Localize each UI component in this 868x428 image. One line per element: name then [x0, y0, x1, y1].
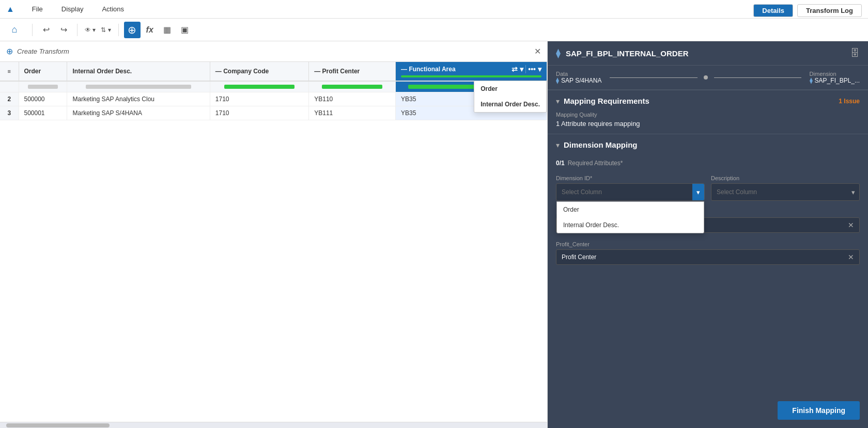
top-tabs: Details Transform Log [753, 4, 862, 17]
sort-button[interactable]: ⇅ ▾ [99, 22, 113, 38]
row-3-profit: YB111 [309, 106, 396, 120]
toolbar-view-group: 👁 ▾ ⇅ ▾ [83, 22, 113, 38]
row-3-order: 500001 [19, 106, 67, 120]
menu-file[interactable]: File [29, 5, 46, 13]
row-2-num: 2 [0, 92, 19, 106]
toolbar-divider-1 [32, 24, 33, 36]
col-link-icon[interactable]: ⇄ [512, 65, 518, 73]
mapping-quality-label: Mapping Quality [548, 112, 868, 120]
col-functional-area-header[interactable]: — Functional Area ⇄ ▾ ••• ▾ [396, 62, 547, 81]
transform-icon: ⊕ [6, 46, 13, 56]
description-select-wrapper[interactable]: ▾ [711, 183, 860, 201]
connector-line [610, 77, 697, 78]
undo-button[interactable]: ↩ [38, 22, 54, 38]
profit-center-clear-button[interactable]: ✕ [848, 253, 854, 261]
dim-id-desc-row: Dimension ID* ▾ Order Internal Order Des… [556, 175, 860, 201]
row-2-company: 1710 [210, 92, 308, 106]
data-table: ≡ Order Internal Order Desc. — Company C… [0, 62, 547, 120]
dimension-id-label: Dimension ID* [556, 175, 705, 181]
dimension-id-dropdown: Order Internal Order Desc. [556, 201, 704, 233]
database-icon: 🗄 [850, 48, 860, 59]
connector-line-2 [714, 77, 801, 78]
redo-button[interactable]: ↪ [55, 22, 72, 38]
col-more-icon[interactable]: ••• [528, 65, 536, 73]
col-desc-header[interactable]: Internal Order Desc. [67, 62, 210, 81]
table-row: 2 500000 Marketing SAP Analytics Clou 17… [0, 92, 547, 106]
col-order-header[interactable]: Order [19, 62, 67, 81]
functional-area-clear-button[interactable]: ✕ [848, 221, 854, 229]
col-profit-center-header[interactable]: — Profit Center [309, 62, 396, 81]
menu-actions[interactable]: Actions [99, 5, 127, 13]
dimension-id-select[interactable] [556, 184, 692, 200]
view-button[interactable]: 👁 ▾ [83, 22, 98, 38]
menu-display[interactable]: Display [58, 5, 87, 13]
description-label: Description [711, 175, 860, 181]
transform-log-button[interactable]: Transform Log [797, 4, 862, 17]
data-dimension-row: Data ⧫ SAP S/4HANA Dimension ⧫ SAP_FI_BP… [548, 66, 868, 90]
toolbar: ⌂ ↩ ↪ 👁 ▾ ⇅ ▾ ⊕ fx ▦ ▣ [0, 19, 868, 41]
mapping-req-badge: 1 Issue [839, 98, 860, 105]
description-select[interactable] [711, 188, 847, 196]
close-transform-button[interactable]: ✕ [534, 46, 541, 56]
right-panel-title: SAP_FI_BPL_INTERNAL_ORDER [566, 49, 845, 58]
main-layout: ⊕ Create Transform ✕ ≡ Order Internal Or… [0, 41, 868, 428]
col-chevron-down2-icon[interactable]: ▾ [538, 65, 541, 73]
filter-button[interactable]: ▦ [159, 22, 176, 38]
dimension-mapping-header[interactable]: ▾ Dimension Mapping [548, 134, 868, 155]
toolbar-divider-3 [118, 24, 119, 36]
profit-center-mapped-value: Profit Center ✕ [556, 249, 860, 265]
description-field: Description ▾ [711, 175, 860, 201]
formula-button[interactable]: fx [142, 22, 158, 38]
profit-center-field-label: Profit_Center [556, 241, 860, 247]
finish-mapping-button[interactable]: Finish Mapping [778, 401, 860, 420]
dropdown-item-internal-order[interactable]: Internal Order Desc. [557, 217, 704, 233]
data-label: Data [556, 71, 601, 77]
toolbar-undo-redo: ↩ ↪ [38, 22, 72, 38]
layout-button[interactable]: ▣ [177, 22, 193, 38]
required-attr-header: 0/1 Required Attributes* [548, 155, 868, 171]
row-3-num: 3 [0, 106, 19, 120]
profit-center-mapped-row: Profit Center ✕ [556, 249, 860, 265]
row-3-company: 1710 [210, 106, 308, 120]
mapping-quality-value: 1 Attribute requires mapping [548, 120, 868, 134]
mapping-requirements-section: ▾ Mapping Requirements 1 Issue Mapping Q… [548, 90, 868, 134]
finish-btn-row: Finish Mapping [548, 393, 868, 428]
description-arrow[interactable]: ▾ [847, 188, 859, 196]
col-dropdown: Order Internal Order Desc. [474, 81, 547, 113]
dimension-section: Dimension ⧫ SAP_FI_BPL_... [810, 71, 860, 84]
filter-row-num [0, 81, 19, 92]
filter-profit [309, 81, 396, 92]
transform-button[interactable]: ⊕ [124, 22, 141, 38]
mapping-req-title: Mapping Requirements [564, 97, 834, 105]
dimension-id-select-wrapper[interactable]: ▾ Order Internal Order Desc. [556, 183, 705, 201]
dropdown-item-order[interactable]: Order [557, 202, 704, 217]
col-company-code-header[interactable]: — Company Code [210, 62, 308, 81]
details-button[interactable]: Details [753, 4, 793, 17]
spacer [548, 269, 868, 393]
home-icon-btn[interactable]: ⌂ [6, 22, 23, 38]
profit-center-value-text: Profit Center [562, 253, 845, 261]
right-panel-header: ⧫ SAP_FI_BPL_INTERNAL_ORDER 🗄 [548, 41, 868, 66]
scrollbar-thumb[interactable] [6, 423, 110, 427]
dimension-value-text: SAP_FI_BPL_... [815, 77, 860, 84]
functional-area-label: — Functional Area [401, 66, 456, 73]
menu-bar: ▲ File Display Actions Details Transform… [0, 0, 868, 19]
dropdown-order[interactable]: Order [474, 81, 546, 97]
sap-icon: ⧫ [556, 77, 559, 84]
data-section: Data ⧫ SAP S/4HANA [556, 71, 601, 84]
row-2-order: 500000 [19, 92, 67, 106]
dimension-id-arrow[interactable]: ▾ [692, 184, 704, 200]
filter-desc [67, 81, 210, 92]
mapping-requirements-header[interactable]: ▾ Mapping Requirements 1 Issue [548, 90, 868, 112]
horizontal-scrollbar[interactable] [0, 422, 547, 428]
required-attr-label: Required Attributes* [568, 160, 623, 167]
dimension-mapping-title: Dimension Mapping [564, 140, 860, 149]
col-chevron-down-icon[interactable]: ▾ [520, 65, 523, 73]
row-2-profit: YB110 [309, 92, 396, 106]
dimension-id-field: Dimension ID* ▾ Order Internal Order Des… [556, 175, 705, 201]
data-source-value: ⧫ SAP S/4HANA [556, 77, 601, 84]
dimension-label: Dimension [810, 71, 860, 77]
required-count: 0/1 [556, 160, 565, 167]
row-3-desc: Marketing SAP S/4HANA [67, 106, 210, 120]
dropdown-internal-order-desc[interactable]: Internal Order Desc. [474, 97, 546, 112]
